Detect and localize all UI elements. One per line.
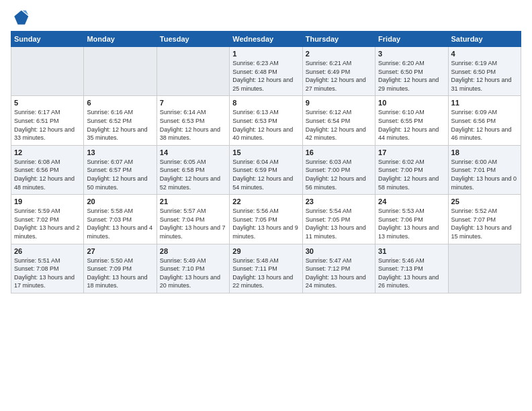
calendar-cell <box>84 47 157 96</box>
calendar-cell: 10Sunrise: 6:10 AMSunset: 6:55 PMDayligh… <box>375 96 448 145</box>
day-info: Sunrise: 5:59 AMSunset: 7:02 PMDaylight:… <box>14 207 81 240</box>
calendar-cell: 31Sunrise: 5:46 AMSunset: 7:13 PMDayligh… <box>375 244 448 293</box>
day-number: 23 <box>306 197 372 205</box>
day-number: 30 <box>306 247 372 255</box>
day-info: Sunrise: 6:10 AMSunset: 6:55 PMDaylight:… <box>378 108 445 142</box>
day-number: 29 <box>232 247 299 255</box>
calendar-week-row: 19Sunrise: 5:59 AMSunset: 7:02 PMDayligh… <box>11 195 521 244</box>
day-number: 18 <box>451 148 518 156</box>
day-info: Sunrise: 6:12 AMSunset: 6:54 PMDaylight:… <box>306 108 372 142</box>
calendar-cell: 21Sunrise: 5:57 AMSunset: 7:04 PMDayligh… <box>157 195 229 244</box>
day-number: 13 <box>87 148 153 156</box>
calendar-cell: 25Sunrise: 5:52 AMSunset: 7:07 PMDayligh… <box>448 195 521 244</box>
day-number: 9 <box>306 99 372 107</box>
calendar-cell: 9Sunrise: 6:12 AMSunset: 6:54 PMDaylight… <box>302 96 375 145</box>
day-number: 6 <box>87 99 153 107</box>
day-header-sunday: Sunday <box>11 32 84 47</box>
day-number: 17 <box>378 148 445 156</box>
day-info: Sunrise: 5:46 AMSunset: 7:13 PMDaylight:… <box>378 257 445 290</box>
day-info: Sunrise: 6:14 AMSunset: 6:53 PMDaylight:… <box>160 108 226 142</box>
calendar-cell: 19Sunrise: 5:59 AMSunset: 7:02 PMDayligh… <box>11 195 84 244</box>
day-info: Sunrise: 6:17 AMSunset: 6:51 PMDaylight:… <box>14 108 81 142</box>
day-info: Sunrise: 5:54 AMSunset: 7:05 PMDaylight:… <box>306 207 372 240</box>
day-number: 24 <box>378 197 445 205</box>
day-number: 2 <box>306 50 372 58</box>
calendar-cell: 14Sunrise: 6:05 AMSunset: 6:58 PMDayligh… <box>157 145 229 194</box>
page-container: SundayMondayTuesdayWednesdayThursdayFrid… <box>0 0 532 299</box>
day-number: 20 <box>87 197 153 205</box>
day-number: 16 <box>306 148 372 156</box>
calendar-cell: 15Sunrise: 6:04 AMSunset: 6:59 PMDayligh… <box>230 145 302 194</box>
day-info: Sunrise: 6:23 AMSunset: 6:48 PMDaylight:… <box>232 59 299 93</box>
day-header-friday: Friday <box>375 32 448 47</box>
calendar-cell: 12Sunrise: 6:08 AMSunset: 6:56 PMDayligh… <box>11 145 84 194</box>
day-info: Sunrise: 5:49 AMSunset: 7:10 PMDaylight:… <box>160 257 226 290</box>
calendar-cell: 22Sunrise: 5:56 AMSunset: 7:05 PMDayligh… <box>230 195 302 244</box>
day-number: 8 <box>232 99 299 107</box>
calendar-cell: 28Sunrise: 5:49 AMSunset: 7:10 PMDayligh… <box>157 244 229 293</box>
calendar-week-row: 5Sunrise: 6:17 AMSunset: 6:51 PMDaylight… <box>11 96 521 145</box>
day-info: Sunrise: 6:04 AMSunset: 6:59 PMDaylight:… <box>232 158 299 191</box>
day-info: Sunrise: 5:50 AMSunset: 7:09 PMDaylight:… <box>87 257 153 290</box>
day-info: Sunrise: 5:57 AMSunset: 7:04 PMDaylight:… <box>160 207 226 240</box>
calendar-cell <box>157 47 229 96</box>
calendar-cell: 20Sunrise: 5:58 AMSunset: 7:03 PMDayligh… <box>84 195 157 244</box>
calendar-cell: 23Sunrise: 5:54 AMSunset: 7:05 PMDayligh… <box>302 195 375 244</box>
day-number: 21 <box>160 197 226 205</box>
day-number: 27 <box>87 247 153 255</box>
day-info: Sunrise: 6:08 AMSunset: 6:56 PMDaylight:… <box>14 158 81 191</box>
calendar-cell: 4Sunrise: 6:19 AMSunset: 6:50 PMDaylight… <box>448 47 521 96</box>
calendar-cell: 1Sunrise: 6:23 AMSunset: 6:48 PMDaylight… <box>230 47 302 96</box>
day-info: Sunrise: 6:00 AMSunset: 7:01 PMDaylight:… <box>451 158 518 191</box>
day-number: 1 <box>232 50 299 58</box>
header <box>11 8 521 27</box>
day-number: 4 <box>451 50 518 58</box>
calendar-cell: 2Sunrise: 6:21 AMSunset: 6:49 PMDaylight… <box>302 47 375 96</box>
day-info: Sunrise: 5:47 AMSunset: 7:12 PMDaylight:… <box>306 257 372 290</box>
day-info: Sunrise: 5:51 AMSunset: 7:08 PMDaylight:… <box>14 257 81 290</box>
day-header-wednesday: Wednesday <box>230 32 302 47</box>
day-info: Sunrise: 5:48 AMSunset: 7:11 PMDaylight:… <box>232 257 299 290</box>
day-header-thursday: Thursday <box>302 32 375 47</box>
calendar-table: SundayMondayTuesdayWednesdayThursdayFrid… <box>11 31 521 293</box>
calendar-cell <box>11 47 84 96</box>
calendar-week-row: 26Sunrise: 5:51 AMSunset: 7:08 PMDayligh… <box>11 244 521 293</box>
calendar-cell: 29Sunrise: 5:48 AMSunset: 7:11 PMDayligh… <box>230 244 302 293</box>
day-number: 25 <box>451 197 518 205</box>
calendar-cell: 26Sunrise: 5:51 AMSunset: 7:08 PMDayligh… <box>11 244 84 293</box>
day-header-monday: Monday <box>84 32 157 47</box>
calendar-header-row: SundayMondayTuesdayWednesdayThursdayFrid… <box>11 32 521 47</box>
day-number: 12 <box>14 148 81 156</box>
day-number: 11 <box>451 99 518 107</box>
calendar-cell: 16Sunrise: 6:03 AMSunset: 7:00 PMDayligh… <box>302 145 375 194</box>
calendar-cell: 6Sunrise: 6:16 AMSunset: 6:52 PMDaylight… <box>84 96 157 145</box>
day-info: Sunrise: 6:03 AMSunset: 7:00 PMDaylight:… <box>306 158 372 191</box>
logo <box>11 8 32 27</box>
day-info: Sunrise: 6:09 AMSunset: 6:56 PMDaylight:… <box>451 108 518 142</box>
calendar-cell <box>448 244 521 293</box>
day-info: Sunrise: 6:05 AMSunset: 6:58 PMDaylight:… <box>160 158 226 191</box>
day-info: Sunrise: 6:20 AMSunset: 6:50 PMDaylight:… <box>378 59 445 93</box>
day-number: 5 <box>14 99 81 107</box>
day-number: 31 <box>378 247 445 255</box>
calendar-cell: 24Sunrise: 5:53 AMSunset: 7:06 PMDayligh… <box>375 195 448 244</box>
day-number: 14 <box>160 148 226 156</box>
day-info: Sunrise: 5:58 AMSunset: 7:03 PMDaylight:… <box>87 207 153 240</box>
calendar-cell: 11Sunrise: 6:09 AMSunset: 6:56 PMDayligh… <box>448 96 521 145</box>
calendar-cell: 27Sunrise: 5:50 AMSunset: 7:09 PMDayligh… <box>84 244 157 293</box>
logo-icon <box>11 8 30 27</box>
calendar-week-row: 12Sunrise: 6:08 AMSunset: 6:56 PMDayligh… <box>11 145 521 194</box>
day-info: Sunrise: 5:56 AMSunset: 7:05 PMDaylight:… <box>232 207 299 240</box>
day-info: Sunrise: 5:53 AMSunset: 7:06 PMDaylight:… <box>378 207 445 240</box>
day-info: Sunrise: 6:19 AMSunset: 6:50 PMDaylight:… <box>451 59 518 93</box>
day-info: Sunrise: 6:02 AMSunset: 7:00 PMDaylight:… <box>378 158 445 191</box>
day-number: 28 <box>160 247 226 255</box>
day-number: 7 <box>160 99 226 107</box>
calendar-cell: 13Sunrise: 6:07 AMSunset: 6:57 PMDayligh… <box>84 145 157 194</box>
calendar-week-row: 1Sunrise: 6:23 AMSunset: 6:48 PMDaylight… <box>11 47 521 96</box>
calendar-cell: 30Sunrise: 5:47 AMSunset: 7:12 PMDayligh… <box>302 244 375 293</box>
day-info: Sunrise: 6:16 AMSunset: 6:52 PMDaylight:… <box>87 108 153 142</box>
day-number: 19 <box>14 197 81 205</box>
day-number: 3 <box>378 50 445 58</box>
day-info: Sunrise: 6:07 AMSunset: 6:57 PMDaylight:… <box>87 158 153 191</box>
